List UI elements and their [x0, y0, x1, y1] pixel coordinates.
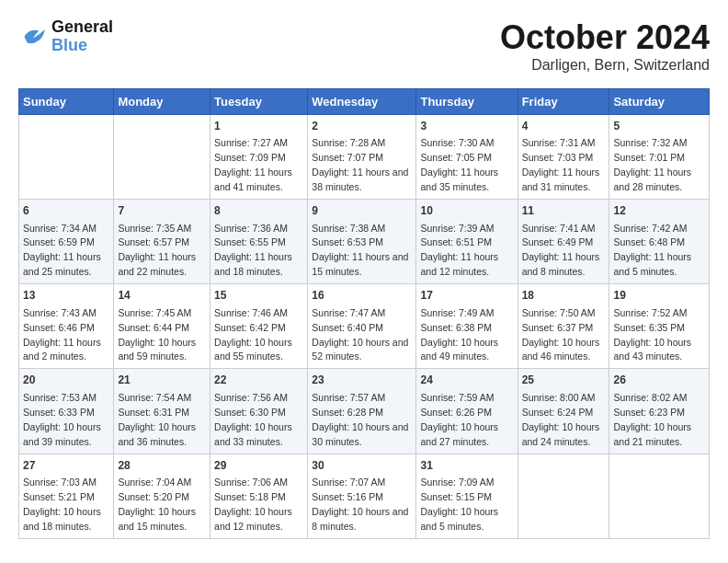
day-number: 22 [214, 373, 303, 388]
cell-content: Sunrise: 7:34 AMSunset: 6:59 PMDaylight:… [23, 223, 101, 278]
cell-content: Sunrise: 7:54 AMSunset: 6:31 PMDaylight:… [118, 392, 196, 447]
cell-content: Sunrise: 7:38 AMSunset: 6:53 PMDaylight:… [312, 223, 408, 278]
calendar-cell: 14Sunrise: 7:45 AMSunset: 6:44 PMDayligh… [114, 284, 210, 369]
calendar-cell: 31Sunrise: 7:09 AMSunset: 5:15 PMDayligh… [416, 454, 518, 538]
cell-content: Sunrise: 7:30 AMSunset: 7:05 PMDaylight:… [420, 137, 498, 192]
logo: General Blue [18, 18, 113, 55]
day-number: 1 [214, 119, 303, 134]
title-block: October 2024 Darligen, Bern, Switzerland [500, 18, 710, 74]
day-number: 17 [420, 288, 513, 304]
calendar-cell [19, 115, 114, 200]
day-number: 14 [118, 288, 206, 304]
cell-content: Sunrise: 7:57 AMSunset: 6:28 PMDaylight:… [312, 392, 408, 447]
cell-content: Sunrise: 7:52 AMSunset: 6:35 PMDaylight:… [613, 307, 691, 362]
cell-content: Sunrise: 7:53 AMSunset: 6:33 PMDaylight:… [23, 392, 101, 447]
day-number: 26 [613, 373, 705, 388]
calendar-cell: 19Sunrise: 7:52 AMSunset: 6:35 PMDayligh… [609, 284, 710, 369]
cell-content: Sunrise: 7:41 AMSunset: 6:49 PMDaylight:… [522, 223, 600, 278]
week-row-5: 27Sunrise: 7:03 AMSunset: 5:21 PMDayligh… [19, 454, 710, 538]
cell-content: Sunrise: 7:59 AMSunset: 6:26 PMDaylight:… [420, 392, 498, 447]
day-number: 27 [23, 458, 109, 474]
day-number: 11 [522, 203, 606, 219]
calendar-cell: 26Sunrise: 8:02 AMSunset: 6:23 PMDayligh… [609, 369, 710, 454]
cell-content: Sunrise: 7:31 AMSunset: 7:03 PMDaylight:… [522, 137, 600, 192]
location-title: Darligen, Bern, Switzerland [500, 57, 710, 74]
cell-content: Sunrise: 8:00 AMSunset: 6:24 PMDaylight:… [522, 392, 600, 447]
cell-content: Sunrise: 7:43 AMSunset: 6:46 PMDaylight:… [23, 307, 101, 362]
day-number: 10 [420, 203, 513, 219]
calendar-cell: 18Sunrise: 7:50 AMSunset: 6:37 PMDayligh… [518, 284, 609, 369]
calendar-cell: 4Sunrise: 7:31 AMSunset: 7:03 PMDaylight… [518, 115, 609, 200]
calendar-cell: 22Sunrise: 7:56 AMSunset: 6:30 PMDayligh… [210, 369, 308, 454]
header-day-monday: Monday [114, 89, 210, 115]
week-row-3: 13Sunrise: 7:43 AMSunset: 6:46 PMDayligh… [19, 284, 710, 369]
day-number: 3 [420, 119, 513, 134]
day-number: 9 [312, 203, 412, 219]
cell-content: Sunrise: 7:39 AMSunset: 6:51 PMDaylight:… [420, 223, 498, 278]
cell-content: Sunrise: 7:35 AMSunset: 6:57 PMDaylight:… [118, 223, 196, 278]
cell-content: Sunrise: 7:07 AMSunset: 5:16 PMDaylight:… [312, 477, 408, 532]
calendar-cell: 29Sunrise: 7:06 AMSunset: 5:18 PMDayligh… [210, 454, 308, 538]
header-day-tuesday: Tuesday [210, 89, 308, 115]
day-number: 21 [118, 373, 206, 388]
week-row-1: 1Sunrise: 7:27 AMSunset: 7:09 PMDaylight… [19, 115, 710, 200]
calendar-cell [609, 454, 710, 538]
day-number: 15 [214, 288, 303, 304]
day-number: 5 [613, 119, 705, 134]
calendar-cell: 11Sunrise: 7:41 AMSunset: 6:49 PMDayligh… [518, 200, 609, 284]
month-title: October 2024 [500, 18, 710, 57]
day-number: 25 [522, 373, 606, 388]
cell-content: Sunrise: 7:27 AMSunset: 7:09 PMDaylight:… [214, 137, 292, 192]
header-day-saturday: Saturday [609, 89, 710, 115]
day-number: 8 [214, 203, 303, 219]
calendar-cell: 17Sunrise: 7:49 AMSunset: 6:38 PMDayligh… [416, 284, 518, 369]
calendar-table: SundayMondayTuesdayWednesdayThursdayFrid… [18, 88, 710, 539]
cell-content: Sunrise: 7:47 AMSunset: 6:40 PMDaylight:… [312, 307, 408, 362]
day-number: 31 [420, 458, 513, 474]
calendar-cell: 8Sunrise: 7:36 AMSunset: 6:55 PMDaylight… [210, 200, 308, 284]
header-day-friday: Friday [518, 89, 609, 115]
calendar-cell: 9Sunrise: 7:38 AMSunset: 6:53 PMDaylight… [308, 200, 416, 284]
calendar-cell: 16Sunrise: 7:47 AMSunset: 6:40 PMDayligh… [308, 284, 416, 369]
day-number: 19 [613, 288, 705, 304]
cell-content: Sunrise: 8:02 AMSunset: 6:23 PMDaylight:… [613, 392, 691, 447]
day-number: 23 [312, 373, 412, 388]
calendar-cell: 30Sunrise: 7:07 AMSunset: 5:16 PMDayligh… [308, 454, 416, 538]
week-row-4: 20Sunrise: 7:53 AMSunset: 6:33 PMDayligh… [19, 369, 710, 454]
calendar-cell: 20Sunrise: 7:53 AMSunset: 6:33 PMDayligh… [19, 369, 114, 454]
header-row: SundayMondayTuesdayWednesdayThursdayFrid… [19, 89, 710, 115]
cell-content: Sunrise: 7:09 AMSunset: 5:15 PMDaylight:… [420, 477, 498, 532]
calendar-cell: 24Sunrise: 7:59 AMSunset: 6:26 PMDayligh… [416, 369, 518, 454]
day-number: 18 [522, 288, 606, 304]
header-day-wednesday: Wednesday [308, 89, 416, 115]
calendar-cell [114, 115, 210, 200]
header-day-thursday: Thursday [416, 89, 518, 115]
day-number: 28 [118, 458, 206, 474]
day-number: 29 [214, 458, 303, 474]
calendar-cell: 27Sunrise: 7:03 AMSunset: 5:21 PMDayligh… [19, 454, 114, 538]
day-number: 20 [23, 373, 109, 388]
day-number: 16 [312, 288, 412, 304]
calendar-cell: 28Sunrise: 7:04 AMSunset: 5:20 PMDayligh… [114, 454, 210, 538]
cell-content: Sunrise: 7:56 AMSunset: 6:30 PMDaylight:… [214, 392, 292, 447]
cell-content: Sunrise: 7:42 AMSunset: 6:48 PMDaylight:… [613, 223, 691, 278]
day-number: 4 [522, 119, 606, 134]
calendar-cell: 15Sunrise: 7:46 AMSunset: 6:42 PMDayligh… [210, 284, 308, 369]
calendar-cell: 2Sunrise: 7:28 AMSunset: 7:07 PMDaylight… [308, 115, 416, 200]
day-number: 12 [613, 203, 705, 219]
cell-content: Sunrise: 7:36 AMSunset: 6:55 PMDaylight:… [214, 223, 292, 278]
day-number: 2 [312, 119, 412, 134]
calendar-cell: 1Sunrise: 7:27 AMSunset: 7:09 PMDaylight… [210, 115, 308, 200]
logo-text: General Blue [51, 18, 113, 55]
day-number: 7 [118, 203, 206, 219]
week-row-2: 6Sunrise: 7:34 AMSunset: 6:59 PMDaylight… [19, 200, 710, 284]
calendar-cell: 6Sunrise: 7:34 AMSunset: 6:59 PMDaylight… [19, 200, 114, 284]
cell-content: Sunrise: 7:50 AMSunset: 6:37 PMDaylight:… [522, 307, 600, 362]
calendar-cell: 10Sunrise: 7:39 AMSunset: 6:51 PMDayligh… [416, 200, 518, 284]
header-day-sunday: Sunday [19, 89, 114, 115]
cell-content: Sunrise: 7:45 AMSunset: 6:44 PMDaylight:… [118, 307, 196, 362]
calendar-cell: 12Sunrise: 7:42 AMSunset: 6:48 PMDayligh… [609, 200, 710, 284]
cell-content: Sunrise: 7:46 AMSunset: 6:42 PMDaylight:… [214, 307, 292, 362]
cell-content: Sunrise: 7:03 AMSunset: 5:21 PMDaylight:… [23, 477, 101, 532]
day-number: 24 [420, 373, 513, 388]
